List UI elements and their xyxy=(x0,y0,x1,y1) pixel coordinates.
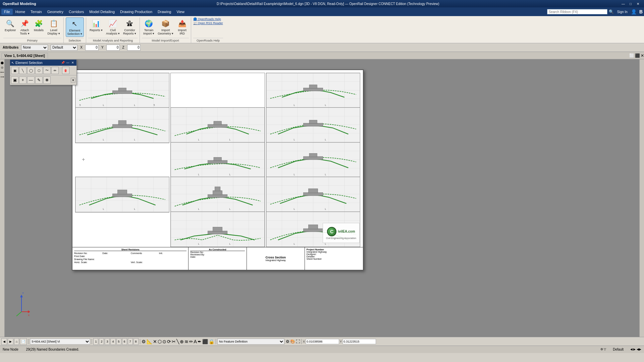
filter-sel-btn[interactable]: ❋ xyxy=(43,76,51,84)
left-tool-1[interactable]: ⬤ xyxy=(0,61,4,65)
view-num-7[interactable]: 7 xyxy=(128,338,133,345)
signin-button[interactable]: Sign In xyxy=(615,10,630,14)
tool-btn-2[interactable]: 📐 xyxy=(147,339,152,344)
menu-item-corridors[interactable]: Corridors xyxy=(66,9,87,15)
menu-item-home[interactable]: Home xyxy=(13,9,28,15)
add-to-sel-btn[interactable]: + xyxy=(19,76,26,84)
coord-y-input[interactable] xyxy=(106,45,120,51)
y-coord-input[interactable] xyxy=(342,339,376,344)
panel-close-btn[interactable]: ✕ xyxy=(70,60,75,65)
element-selection-button[interactable]: ↖ ElementSelection ▾ xyxy=(66,17,84,37)
left-tool-4[interactable]: ⟶ xyxy=(0,75,4,79)
view-num-6[interactable]: 6 xyxy=(122,338,127,345)
menu-item-model-detailing[interactable]: Model Detailing xyxy=(87,9,117,15)
tool-btn-4[interactable]: ⬡ xyxy=(158,339,162,344)
attach-tools-icon: 📌 xyxy=(19,18,30,29)
tool-btn-15[interactable]: 🔒 xyxy=(209,339,214,344)
open-rss-link[interactable]: 📰 Open RSS Reader xyxy=(193,21,223,25)
select-line-btn[interactable]: ╲ xyxy=(19,67,26,74)
left-tool-3[interactable]: ⟵ xyxy=(0,70,4,74)
civil-analysis-icon: 📈 xyxy=(108,18,118,29)
separator-4 xyxy=(216,339,216,344)
tool-btn-12[interactable]: A xyxy=(194,339,197,344)
panel-min-btn[interactable]: — xyxy=(65,60,70,65)
tool-btn-5[interactable]: ⊙ xyxy=(162,339,166,344)
nav-home-btn[interactable]: ⌂ xyxy=(14,338,19,345)
civil-analysis-button[interactable]: 📈 CivilAnalysis ▾ xyxy=(105,17,121,36)
select-box-btn[interactable]: ▣ xyxy=(11,67,18,74)
invert-sel-btn[interactable]: ✎ xyxy=(35,76,43,84)
menu-item-drawing[interactable]: Drawing xyxy=(155,9,174,15)
reports-button[interactable]: 📊 Reports ▾ xyxy=(88,17,104,33)
explorer-button[interactable]: 🔍 Explorer xyxy=(3,17,17,33)
x-coord-input[interactable] xyxy=(306,339,339,344)
view-close-btn[interactable]: ✕ xyxy=(641,53,644,58)
active-level-select[interactable]: None xyxy=(21,45,48,51)
tool-btn-13[interactable]: ✒ xyxy=(198,339,202,344)
close-button[interactable]: ✕ xyxy=(635,1,641,6)
minimize-button[interactable]: — xyxy=(620,1,627,6)
remove-from-sel-btn[interactable]: — xyxy=(27,76,35,84)
import-geometry-button[interactable]: 📦 ImportGeometry ▾ xyxy=(156,17,175,36)
logo-watermark: C ivilEA.com Civil Engineering Associati… xyxy=(323,223,360,243)
menu-item-geometry[interactable]: Geometry xyxy=(45,9,66,15)
corridor-reports-button[interactable]: 🛣 CorridorReports ▾ xyxy=(122,17,138,36)
openroads-help-link[interactable]: 🔵 OpenRoads Help xyxy=(193,17,223,21)
view-tab-1[interactable]: View 1, 5+604.442 [Sheet] xyxy=(1,53,48,58)
tool-btn-14[interactable]: ⬛ xyxy=(202,339,208,344)
tool-btn-9[interactable]: ⊕ xyxy=(180,339,184,344)
maximize-button[interactable]: □ xyxy=(627,1,634,6)
menu-item-file[interactable]: File xyxy=(1,9,13,15)
tool-btn-6[interactable]: ⟳ xyxy=(167,339,171,344)
view-restore-btn[interactable]: ⬜ xyxy=(629,53,634,58)
cross-section-1-2-empty xyxy=(170,73,265,109)
tool-btn-3[interactable]: ✕ xyxy=(153,339,157,344)
feature-def-select[interactable]: No Feature Definition xyxy=(217,339,284,345)
view-num-4[interactable]: 4 xyxy=(110,338,115,345)
color-select[interactable]: Default xyxy=(51,45,77,51)
canvas-area[interactable]: ↖ Element Selection 📌 — ✕ ▣ ╲ ◯ ⬡ 〜 ✏ 🗑 … xyxy=(5,59,639,337)
select-delete-btn[interactable]: 🗑 xyxy=(62,67,69,74)
panel-expand-btn[interactable]: ▼ xyxy=(71,78,75,82)
nav-back-btn[interactable]: ◀ xyxy=(1,338,7,345)
view-num-1[interactable]: 1 xyxy=(93,338,98,345)
models-button[interactable]: 🧩 Models xyxy=(32,17,46,33)
view-num-8[interactable]: 8 xyxy=(133,338,139,345)
coord-z-input[interactable] xyxy=(127,45,141,51)
tool-btn-10[interactable]: ≋ xyxy=(184,339,189,344)
separator-3 xyxy=(140,339,140,344)
left-tool-2[interactable]: ◎ xyxy=(0,65,4,69)
attach-tools-button[interactable]: 📌 AttachTools ▾ xyxy=(18,17,32,36)
coord-x-input[interactable] xyxy=(85,45,99,51)
select-circle-btn[interactable]: ◯ xyxy=(27,67,35,74)
panel-pin-btn[interactable]: 📌 xyxy=(60,60,65,65)
view-select[interactable]: 5+604.442 [Sheet] Vi xyxy=(30,339,90,345)
select-all-btn[interactable]: ▣ xyxy=(11,76,18,84)
tool-btn-7[interactable]: ✂ xyxy=(172,339,176,344)
terrain-import-button[interactable]: 🌍 TerrainImport ▾ xyxy=(142,17,156,36)
select-freeform-btn[interactable]: 〜 xyxy=(43,67,51,74)
view-num-2[interactable]: 2 xyxy=(99,338,104,345)
svg-text:L: L xyxy=(325,173,326,176)
menu-item-terrain[interactable]: Terrain xyxy=(28,9,45,15)
tool-btn-8[interactable]: ╲ xyxy=(176,339,179,344)
tool-palette-icon[interactable]: 🎨 xyxy=(290,339,295,344)
view-num-3[interactable]: 3 xyxy=(105,338,110,345)
snap-options-icon[interactable]: ⛶ xyxy=(296,339,300,344)
menu-item-drawing-production[interactable]: Drawing Production xyxy=(117,9,155,15)
select-paint-btn[interactable]: ✏ xyxy=(51,67,59,74)
feature-def-icon[interactable]: ⚙ xyxy=(286,339,289,344)
menu-item-view[interactable]: View xyxy=(174,9,187,15)
tool-btn-11[interactable]: ✏ xyxy=(189,339,193,344)
select-polygon-btn[interactable]: ⬡ xyxy=(35,67,43,74)
snap-btn[interactable]: ⚙ xyxy=(142,339,146,344)
view-max-btn[interactable]: ⬛ xyxy=(635,53,640,58)
nav-fwd-btn[interactable]: ▶ xyxy=(8,338,13,345)
view-num-5[interactable]: 5 xyxy=(116,338,121,345)
search-ribbon-input[interactable] xyxy=(547,9,607,14)
nav-doc-btn[interactable]: 📄 xyxy=(20,338,27,345)
import-ird-button[interactable]: 📤 ImportIRD xyxy=(175,17,189,36)
coord-z-label: Z xyxy=(122,46,124,49)
reports-icon: 📊 xyxy=(91,18,102,29)
level-display-button[interactable]: 📋 LevelDisplay ▾ xyxy=(46,17,61,36)
